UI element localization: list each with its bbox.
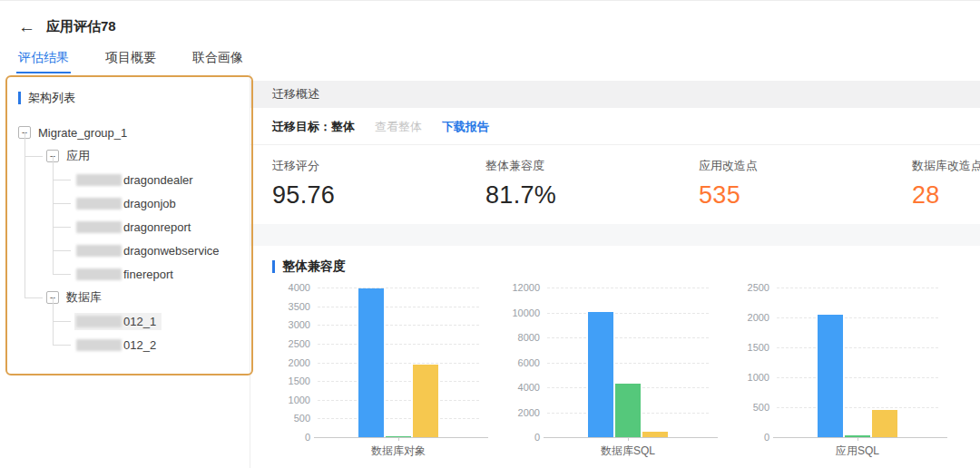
- y-tick-label: 2000: [500, 407, 540, 418]
- y-tick-label: 0: [270, 432, 310, 443]
- app-assessment-page: ← 应用评估78 评估结果 项目概要 联合画像 架构列表 −Migrate_gr…: [0, 0, 980, 468]
- metric-db-rework-points: 数据库改造点 28: [912, 158, 980, 210]
- tree-item-应用[interactable]: −应用: [46, 144, 250, 168]
- y-tick-label: 6000: [500, 357, 540, 368]
- page-title: 应用评估78: [46, 18, 116, 35]
- y-tick-label: 2500: [270, 338, 310, 349]
- view-overall-link[interactable]: 查看整体: [375, 119, 422, 135]
- sidebar-column: 架构列表 −Migrate_group_1−应用dragondealerdrag…: [0, 73, 250, 468]
- y-tick-label: 3500: [270, 301, 310, 312]
- overall-compatibility-title: 整体兼容度: [272, 258, 980, 275]
- y-tick-label: 0: [730, 432, 769, 443]
- y-tick-label: 1500: [270, 375, 310, 386]
- y-tick-label: 8000: [500, 332, 540, 343]
- tree-item-Migrate_group_1[interactable]: −Migrate_group_1: [18, 121, 250, 144]
- y-tick-label: 500: [270, 413, 310, 424]
- bar-series-2: [413, 365, 438, 437]
- y-tick-label: 10000: [500, 307, 540, 318]
- bar-series-1: [615, 384, 641, 437]
- y-tick-label: 1500: [730, 342, 769, 353]
- tree-item-dragonjob[interactable]: dragonjob: [74, 191, 250, 215]
- redacted-text: [76, 245, 122, 257]
- metrics-row: 迁移评分 95.76 整体兼容度 81.7% 应用改造点 535 数据库改造点 …: [250, 145, 980, 210]
- tree-item-dragondealer[interactable]: dragondealer: [74, 168, 250, 191]
- y-tick-label: 3000: [270, 319, 310, 330]
- redacted-text: [76, 268, 122, 280]
- metric-overall-compatibility: 整体兼容度 81.7%: [485, 158, 699, 210]
- bar-series-0: [588, 312, 613, 437]
- chart-数据库SQL: 120001000080006000400020000数据库SQL: [502, 288, 731, 459]
- redacted-text: [76, 316, 122, 327]
- y-tick-label: 2000: [270, 357, 310, 368]
- architecture-tree: −Migrate_group_1−应用dragondealerdragonjob…: [18, 121, 250, 356]
- chart-应用SQL: 25002000150010005000应用SQL: [731, 288, 961, 459]
- metric-migration-score: 迁移评分 95.76: [272, 158, 485, 210]
- bar-series-0: [818, 315, 843, 437]
- title-accent-bar: [18, 92, 21, 104]
- y-tick-label: 500: [730, 402, 769, 413]
- bar-series-2: [642, 432, 668, 437]
- section-divider: [250, 224, 980, 246]
- migration-target-label: 迁移目标：整体: [272, 119, 355, 135]
- overall-compatibility-section: 整体兼容度 40003500300025002000150010005000数据…: [250, 246, 980, 459]
- title-accent-bar: [272, 260, 275, 273]
- tree-item-finereport[interactable]: finereport: [74, 262, 250, 286]
- compatibility-charts: 40003500300025002000150010005000数据库对象120…: [272, 288, 980, 459]
- tree-item-dragonwebservice[interactable]: dragonwebservice: [74, 239, 250, 262]
- tree-item-数据库[interactable]: −数据库: [46, 286, 250, 309]
- y-tick-label: 2000: [730, 312, 769, 323]
- y-tick-label: 4000: [500, 382, 540, 393]
- y-tick-label: 1000: [730, 372, 769, 383]
- chart-数据库对象: 40003500300025002000150010005000数据库对象: [272, 288, 502, 459]
- y-tick-label: 4000: [270, 282, 310, 293]
- back-arrow-icon[interactable]: ←: [18, 18, 35, 35]
- tab-joint-profile[interactable]: 联合画像: [192, 50, 243, 73]
- bar-series-2: [872, 410, 897, 437]
- tree-item-012_1[interactable]: 012_1: [74, 309, 250, 333]
- y-tick-label: 12000: [500, 282, 540, 293]
- tab-bar: 评估结果 项目概要 联合画像: [0, 50, 980, 73]
- y-tick-label: 0: [500, 432, 540, 443]
- y-tick-label: 2500: [730, 282, 769, 293]
- migration-overview-header: 迁移概述: [250, 81, 980, 108]
- main-column: 迁移概述 迁移目标：整体 查看整体 下载报告 迁移评分 95.76 整体兼容度 …: [250, 73, 980, 468]
- x-axis-label: 数据库SQL: [547, 444, 709, 459]
- download-report-link[interactable]: 下载报告: [442, 119, 489, 135]
- content-area: 架构列表 −Migrate_group_1−应用dragondealerdrag…: [0, 73, 980, 468]
- tree-item-012_2[interactable]: 012_2: [74, 333, 250, 356]
- metric-app-rework-points: 应用改造点 535: [699, 158, 912, 210]
- tab-assessment-result[interactable]: 评估结果: [18, 50, 69, 73]
- redacted-text: [76, 221, 122, 233]
- tab-project-summary[interactable]: 项目概要: [105, 50, 156, 73]
- redacted-text: [76, 198, 122, 210]
- migration-target-row: 迁移目标：整体 查看整体 下载报告: [250, 108, 980, 145]
- x-axis-label: 应用SQL: [777, 444, 938, 459]
- tree-item-dragonreport[interactable]: dragonreport: [74, 215, 250, 239]
- bar-series-0: [358, 288, 384, 437]
- x-axis-label: 数据库对象: [318, 444, 479, 459]
- page-header: ← 应用评估78: [0, 1, 980, 37]
- y-tick-label: 1000: [270, 395, 310, 405]
- architecture-panel-title: 架构列表: [18, 90, 250, 106]
- redacted-text: [76, 174, 122, 186]
- redacted-text: [76, 339, 122, 351]
- architecture-panel: 架构列表 −Migrate_group_1−应用dragondealerdrag…: [0, 73, 250, 356]
